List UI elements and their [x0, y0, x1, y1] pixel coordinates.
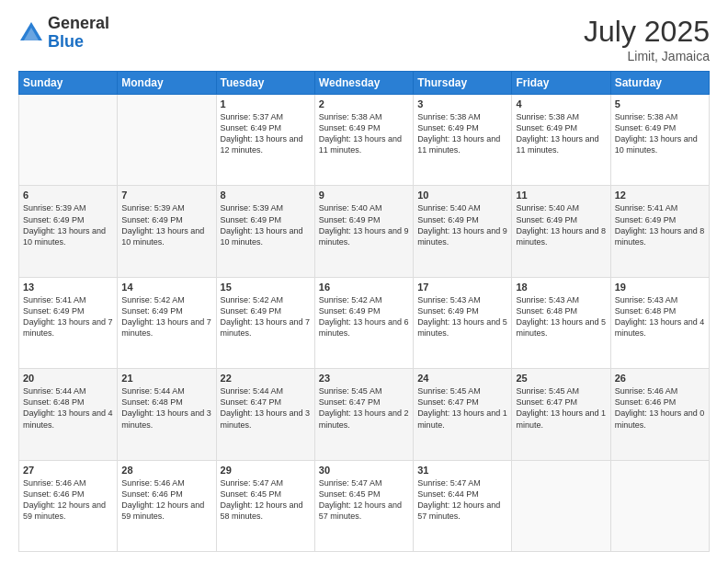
calendar-cell: 14Sunrise: 5:42 AMSunset: 6:49 PMDayligh… [118, 277, 216, 368]
day-number: 18 [516, 282, 606, 293]
day-number: 16 [319, 282, 409, 293]
day-number: 17 [417, 282, 507, 293]
calendar-cell: 30Sunrise: 5:47 AMSunset: 6:45 PMDayligh… [314, 460, 413, 551]
day-info: Sunrise: 5:47 AMSunset: 6:45 PMDaylight:… [319, 477, 409, 523]
column-header-tuesday: Tuesday [216, 72, 314, 95]
day-number: 4 [516, 98, 606, 109]
day-number: 28 [121, 465, 211, 476]
day-number: 27 [23, 465, 113, 476]
day-number: 13 [23, 282, 113, 293]
day-number: 31 [417, 465, 507, 476]
calendar-cell [512, 460, 610, 551]
day-number: 19 [615, 282, 705, 293]
day-info: Sunrise: 5:46 AMSunset: 6:46 PMDaylight:… [615, 385, 705, 431]
calendar-cell: 12Sunrise: 5:41 AMSunset: 6:49 PMDayligh… [610, 186, 709, 277]
day-number: 7 [121, 190, 211, 201]
day-number: 8 [221, 190, 311, 201]
calendar-cell [118, 95, 216, 186]
day-info: Sunrise: 5:38 AMSunset: 6:49 PMDaylight:… [516, 111, 606, 156]
day-info: Sunrise: 5:39 AMSunset: 6:49 PMDaylight:… [23, 202, 113, 247]
day-number: 5 [615, 98, 705, 109]
calendar-cell: 23Sunrise: 5:45 AMSunset: 6:47 PMDayligh… [314, 369, 413, 460]
calendar-cell: 18Sunrise: 5:43 AMSunset: 6:48 PMDayligh… [512, 277, 610, 368]
calendar-cell: 16Sunrise: 5:42 AMSunset: 6:49 PMDayligh… [314, 277, 413, 368]
day-number: 23 [319, 373, 409, 384]
calendar-cell: 11Sunrise: 5:40 AMSunset: 6:49 PMDayligh… [512, 186, 610, 277]
day-info: Sunrise: 5:42 AMSunset: 6:49 PMDaylight:… [221, 294, 311, 339]
column-header-wednesday: Wednesday [314, 72, 413, 95]
day-info: Sunrise: 5:45 AMSunset: 6:47 PMDaylight:… [516, 385, 606, 431]
location: Limit, Jamaica [584, 49, 710, 63]
calendar-week-row: 1Sunrise: 5:37 AMSunset: 6:49 PMDaylight… [19, 95, 710, 186]
day-number: 6 [23, 190, 113, 201]
day-number: 3 [417, 98, 507, 109]
day-number: 1 [221, 98, 311, 109]
day-info: Sunrise: 5:38 AMSunset: 6:49 PMDaylight:… [417, 111, 507, 156]
day-number: 29 [221, 465, 311, 476]
calendar-week-row: 27Sunrise: 5:46 AMSunset: 6:46 PMDayligh… [19, 460, 710, 551]
calendar-cell: 31Sunrise: 5:47 AMSunset: 6:44 PMDayligh… [414, 460, 512, 551]
calendar-cell: 13Sunrise: 5:41 AMSunset: 6:49 PMDayligh… [19, 277, 118, 368]
logo-icon [18, 20, 44, 46]
day-number: 22 [221, 373, 311, 384]
day-number: 30 [319, 465, 409, 476]
day-info: Sunrise: 5:38 AMSunset: 6:49 PMDaylight:… [319, 111, 409, 156]
calendar-cell: 28Sunrise: 5:46 AMSunset: 6:46 PMDayligh… [118, 460, 216, 551]
calendar-cell: 15Sunrise: 5:42 AMSunset: 6:49 PMDayligh… [216, 277, 314, 368]
day-number: 20 [23, 373, 113, 384]
calendar-week-row: 13Sunrise: 5:41 AMSunset: 6:49 PMDayligh… [19, 277, 710, 368]
day-number: 21 [121, 373, 211, 384]
day-info: Sunrise: 5:42 AMSunset: 6:49 PMDaylight:… [121, 294, 211, 339]
column-header-thursday: Thursday [414, 72, 512, 95]
calendar-cell: 8Sunrise: 5:39 AMSunset: 6:49 PMDaylight… [216, 186, 314, 277]
day-info: Sunrise: 5:44 AMSunset: 6:48 PMDaylight:… [23, 385, 113, 431]
calendar-cell: 7Sunrise: 5:39 AMSunset: 6:49 PMDaylight… [118, 186, 216, 277]
day-number: 2 [319, 98, 409, 109]
calendar-cell: 9Sunrise: 5:40 AMSunset: 6:49 PMDaylight… [314, 186, 413, 277]
day-number: 25 [516, 373, 606, 384]
calendar-cell: 17Sunrise: 5:43 AMSunset: 6:49 PMDayligh… [414, 277, 512, 368]
column-header-monday: Monday [118, 72, 216, 95]
day-info: Sunrise: 5:45 AMSunset: 6:47 PMDaylight:… [417, 385, 507, 431]
calendar-cell: 27Sunrise: 5:46 AMSunset: 6:46 PMDayligh… [19, 460, 118, 551]
calendar-cell: 29Sunrise: 5:47 AMSunset: 6:45 PMDayligh… [216, 460, 314, 551]
day-info: Sunrise: 5:46 AMSunset: 6:46 PMDaylight:… [121, 477, 211, 523]
day-info: Sunrise: 5:43 AMSunset: 6:49 PMDaylight:… [417, 294, 507, 339]
calendar-week-row: 20Sunrise: 5:44 AMSunset: 6:48 PMDayligh… [19, 369, 710, 460]
day-info: Sunrise: 5:40 AMSunset: 6:49 PMDaylight:… [516, 202, 606, 247]
calendar-cell: 2Sunrise: 5:38 AMSunset: 6:49 PMDaylight… [314, 95, 413, 186]
header: General Blue July 2025 Limit, Jamaica [18, 15, 710, 63]
calendar-table: SundayMondayTuesdayWednesdayThursdayFrid… [18, 71, 710, 552]
day-info: Sunrise: 5:42 AMSunset: 6:49 PMDaylight:… [319, 294, 409, 339]
day-info: Sunrise: 5:43 AMSunset: 6:48 PMDaylight:… [516, 294, 606, 339]
day-number: 11 [516, 190, 606, 201]
day-info: Sunrise: 5:44 AMSunset: 6:47 PMDaylight:… [221, 385, 311, 431]
day-number: 26 [615, 373, 705, 384]
day-info: Sunrise: 5:44 AMSunset: 6:48 PMDaylight:… [121, 385, 211, 431]
calendar-cell [19, 95, 118, 186]
calendar-cell: 20Sunrise: 5:44 AMSunset: 6:48 PMDayligh… [19, 369, 118, 460]
calendar-cell: 6Sunrise: 5:39 AMSunset: 6:49 PMDaylight… [19, 186, 118, 277]
calendar-cell: 22Sunrise: 5:44 AMSunset: 6:47 PMDayligh… [216, 369, 314, 460]
day-info: Sunrise: 5:37 AMSunset: 6:49 PMDaylight:… [221, 111, 311, 156]
logo: General Blue [18, 15, 109, 52]
logo-text: General Blue [48, 15, 109, 52]
logo-general-text: General [48, 14, 109, 32]
column-header-friday: Friday [512, 72, 610, 95]
day-info: Sunrise: 5:39 AMSunset: 6:49 PMDaylight:… [221, 202, 311, 247]
day-info: Sunrise: 5:39 AMSunset: 6:49 PMDaylight:… [121, 202, 211, 247]
day-number: 12 [615, 190, 705, 201]
column-header-sunday: Sunday [19, 72, 118, 95]
day-info: Sunrise: 5:40 AMSunset: 6:49 PMDaylight:… [417, 202, 507, 247]
day-info: Sunrise: 5:43 AMSunset: 6:48 PMDaylight:… [615, 294, 705, 339]
calendar-cell: 3Sunrise: 5:38 AMSunset: 6:49 PMDaylight… [414, 95, 512, 186]
logo-blue-text: Blue [48, 32, 84, 51]
day-info: Sunrise: 5:41 AMSunset: 6:49 PMDaylight:… [23, 294, 113, 339]
month-title: July 2025 [584, 15, 710, 49]
calendar-cell: 24Sunrise: 5:45 AMSunset: 6:47 PMDayligh… [414, 369, 512, 460]
column-header-saturday: Saturday [610, 72, 709, 95]
calendar-cell: 4Sunrise: 5:38 AMSunset: 6:49 PMDaylight… [512, 95, 610, 186]
page: General Blue July 2025 Limit, Jamaica Su… [0, 0, 728, 563]
calendar-cell: 10Sunrise: 5:40 AMSunset: 6:49 PMDayligh… [414, 186, 512, 277]
day-info: Sunrise: 5:38 AMSunset: 6:49 PMDaylight:… [615, 111, 705, 156]
